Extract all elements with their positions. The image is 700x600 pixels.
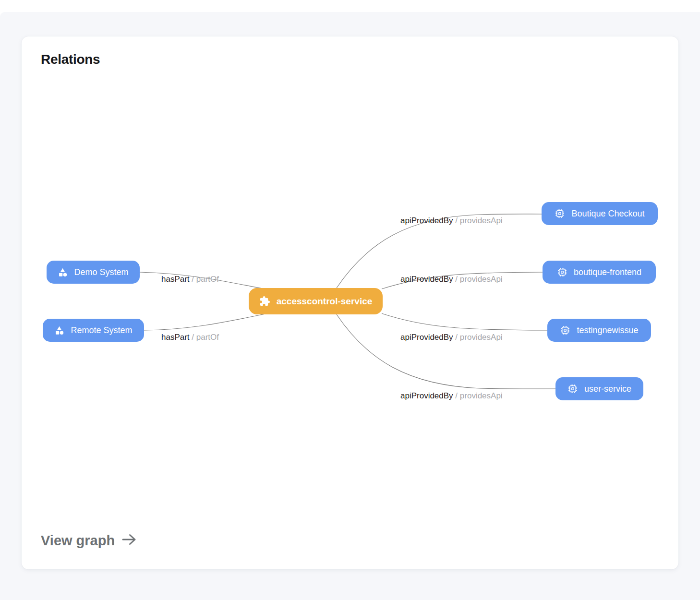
edge-label-apiprovidedby-3: apiProvidedBy / providesApi (400, 333, 503, 342)
node-accesscontrol-service[interactable]: accesscontrol-service (249, 288, 383, 314)
node-demo-system[interactable]: Demo System (47, 261, 140, 284)
edge-label-apiprovidedby-1: apiProvidedBy / providesApi (400, 216, 503, 226)
view-graph-link[interactable]: View graph (41, 532, 137, 549)
edge-label-primary: apiProvidedBy (400, 275, 453, 284)
card-title: Relations (41, 52, 100, 67)
edge-label-secondary: / partOf (192, 333, 219, 342)
node-label: accesscontrol-service (277, 296, 373, 307)
chip-icon (557, 267, 567, 277)
node-label: boutique-frontend (574, 267, 641, 277)
arrow-right-icon (121, 532, 137, 549)
node-label: testingnewissue (577, 325, 638, 336)
edge-label-secondary: / providesApi (455, 216, 502, 225)
edge-label-apiprovidedby-4: apiProvidedBy / providesApi (400, 391, 503, 401)
edge-label-secondary: / partOf (192, 275, 219, 284)
edge-label-haspart-2: hasPart / partOf (161, 333, 219, 342)
node-label: Boutique Checkout (571, 209, 644, 219)
edge-label-primary: apiProvidedBy (400, 333, 453, 342)
puzzle-icon (259, 296, 270, 307)
node-user-service[interactable]: user-service (555, 377, 643, 400)
node-remote-system[interactable]: Remote System (43, 319, 144, 342)
edge-label-secondary: / providesApi (455, 333, 502, 342)
chip-icon (567, 384, 578, 394)
edge-label-primary: apiProvidedBy (400, 391, 453, 400)
node-label: Demo System (74, 267, 128, 277)
category-icon (54, 325, 64, 336)
edge-label-haspart-1: hasPart / partOf (161, 275, 219, 284)
edge-label-primary: hasPart (161, 275, 190, 284)
edge-label-apiprovidedby-2: apiProvidedBy / providesApi (400, 275, 503, 284)
node-testingnewissue[interactable]: testingnewissue (547, 319, 651, 342)
edge-label-primary: hasPart (161, 333, 190, 342)
node-boutique-checkout[interactable]: Boutique Checkout (542, 202, 658, 225)
category-icon (58, 267, 68, 277)
node-label: user-service (584, 384, 631, 394)
relations-page: Relations View graph Demo System (0, 0, 700, 600)
node-label: Remote System (71, 325, 132, 336)
chip-icon (555, 208, 565, 219)
chip-icon (560, 325, 570, 336)
node-boutique-frontend[interactable]: boutique-frontend (543, 261, 656, 284)
edge-label-secondary: / providesApi (455, 275, 502, 284)
edge-label-secondary: / providesApi (455, 391, 502, 400)
edge-label-primary: apiProvidedBy (400, 216, 453, 225)
view-graph-label: View graph (41, 533, 115, 549)
